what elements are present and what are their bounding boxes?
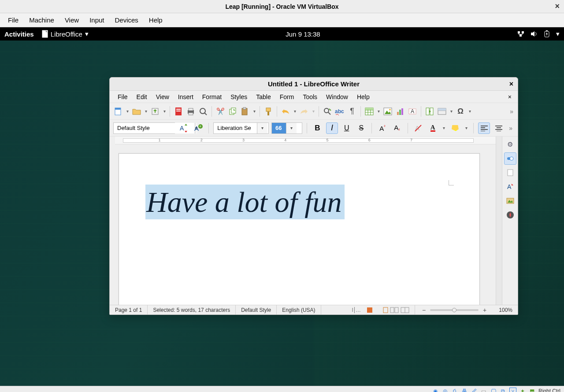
multi-page-icon[interactable] (390, 307, 399, 313)
document-selected-text[interactable]: Have a lot of fun (145, 185, 345, 219)
menu-help[interactable]: Help (352, 92, 374, 102)
formatting-marks-button[interactable]: ¶ (346, 106, 358, 117)
format-toolbar-overflow-button[interactable]: » (507, 125, 514, 132)
insert-special-char-dropdown[interactable]: ▾ (467, 109, 472, 114)
toolbar-overflow-button[interactable]: » (508, 108, 515, 115)
sidebar-navigator-button[interactable] (504, 209, 516, 221)
cut-button[interactable]: ✂️ (215, 106, 226, 117)
insert-field-dropdown[interactable]: ▾ (449, 109, 454, 114)
menu-styles[interactable]: Styles (226, 92, 252, 102)
save-button[interactable] (149, 106, 161, 117)
vb-menu-view[interactable]: View (59, 15, 84, 26)
vb-menu-help[interactable]: Help (144, 15, 168, 26)
vb-menu-machine[interactable]: Machine (24, 15, 59, 26)
clear-formatting-button[interactable]: A (412, 122, 424, 134)
superscript-button[interactable]: A² (376, 122, 388, 134)
new-document-dropdown[interactable]: ▾ (125, 109, 130, 114)
vb-optical-icon[interactable]: ◎ (442, 388, 449, 392)
status-page[interactable]: Page 1 of 1 (110, 305, 148, 314)
clone-formatting-button[interactable] (263, 106, 274, 117)
paste-dropdown[interactable]: ▾ (252, 109, 257, 114)
horizontal-ruler[interactable]: 123 4567 (115, 137, 496, 144)
font-size-combo[interactable]: ▾ (271, 122, 302, 134)
status-view-layout[interactable] (378, 305, 415, 314)
insert-special-char-button[interactable]: Ω (455, 106, 466, 117)
open-dropdown[interactable]: ▾ (143, 109, 148, 114)
font-name-dropdown[interactable]: ▾ (257, 123, 267, 133)
undo-button[interactable] (280, 106, 291, 117)
gnome-tray[interactable]: ▾ (517, 30, 560, 38)
copy-button[interactable] (227, 106, 238, 117)
document-viewport[interactable]: Have a lot of fun (110, 144, 496, 305)
print-button[interactable] (185, 106, 197, 117)
insert-field-button[interactable] (436, 106, 448, 117)
insert-textbox-button[interactable]: A (407, 106, 418, 117)
menu-format[interactable]: Format (198, 92, 226, 102)
gnome-clock[interactable]: Jun 9 13:38 (286, 30, 320, 38)
menu-window[interactable]: Window (322, 92, 352, 102)
close-document-button[interactable]: × (505, 93, 514, 100)
update-style-button[interactable]: A (178, 122, 189, 134)
vb-shared-folder-icon[interactable]: 🖶 (461, 388, 468, 392)
menu-edit[interactable]: Edit (132, 92, 152, 102)
menu-insert[interactable]: Insert (174, 92, 198, 102)
zoom-out-button[interactable]: − (420, 307, 427, 314)
paste-button[interactable] (239, 106, 251, 117)
book-view-icon[interactable] (401, 307, 409, 313)
vb-menu-input[interactable]: Input (84, 15, 109, 26)
insert-chart-button[interactable] (394, 106, 406, 117)
open-button[interactable] (131, 106, 142, 117)
vb-audio-icon[interactable]: 🖉 (471, 388, 478, 392)
underline-button[interactable]: U (341, 122, 352, 134)
find-replace-button[interactable] (322, 106, 333, 117)
font-color-button[interactable]: A (427, 122, 439, 134)
redo-dropdown[interactable]: ▾ (311, 109, 316, 114)
save-dropdown[interactable]: ▾ (162, 109, 167, 114)
document-page[interactable]: Have a lot of fun (119, 153, 480, 305)
vb-cpu-icon[interactable]: ✦ (519, 388, 526, 392)
menu-tools[interactable]: Tools (298, 92, 322, 102)
zoom-slider[interactable] (430, 309, 479, 311)
menu-view[interactable]: View (152, 92, 174, 102)
align-center-button[interactable] (493, 122, 505, 134)
status-zoom-controls[interactable]: − + (415, 305, 494, 314)
status-zoom-percent[interactable]: 100% (494, 305, 518, 314)
vertical-scrollbar[interactable] (496, 137, 502, 305)
font-color-dropdown[interactable]: ▾ (442, 126, 447, 130)
menu-form[interactable]: Form (275, 92, 299, 102)
sidebar-page-button[interactable] (504, 166, 516, 179)
insert-table-button[interactable] (364, 106, 375, 117)
vb-menu-file[interactable]: File (3, 15, 24, 26)
vb-vrde-icon[interactable]: V (509, 388, 516, 392)
volume-icon[interactable] (531, 31, 538, 37)
power-icon[interactable] (544, 30, 550, 37)
virtualbox-close-button[interactable]: × (555, 2, 560, 11)
vb-recording-icon[interactable]: ⧉ (500, 388, 507, 392)
strikethrough-button[interactable]: S (355, 122, 367, 134)
align-left-button[interactable] (478, 122, 490, 134)
highlight-button[interactable] (449, 122, 461, 134)
gnome-current-app[interactable]: LibreOffice ▾ (42, 30, 89, 38)
font-size-dropdown[interactable]: ▾ (286, 123, 297, 133)
chevron-down-icon[interactable]: ▾ (556, 30, 560, 38)
zoom-in-button[interactable]: + (481, 307, 488, 314)
network-icon[interactable] (517, 31, 524, 37)
vb-usb-icon[interactable]: ⎙ (451, 388, 458, 392)
vb-guest-additions-icon[interactable]: ⬒ (529, 388, 536, 392)
subscript-button[interactable]: A² (391, 122, 403, 134)
gnome-activities[interactable]: Activities (4, 30, 34, 38)
menu-table[interactable]: Table (252, 92, 275, 102)
sidebar-properties-button[interactable] (504, 152, 516, 165)
menu-file[interactable]: File (113, 92, 132, 102)
status-insert-mode[interactable]: I… (321, 305, 378, 314)
paragraph-style-combo[interactable]: ▾ (113, 122, 175, 134)
window-close-button[interactable]: × (509, 80, 513, 88)
undo-dropdown[interactable]: ▾ (292, 109, 297, 114)
sidebar-settings-button[interactable]: ⚙ (504, 138, 516, 151)
vb-hdd-icon[interactable]: ◉ (432, 388, 439, 392)
italic-button[interactable]: I (326, 122, 338, 134)
export-pdf-button[interactable] (173, 106, 184, 117)
libreoffice-titlebar[interactable]: Untitled 1 - LibreOffice Writer × (110, 78, 518, 91)
insert-page-break-button[interactable] (424, 106, 435, 117)
bold-button[interactable]: B (312, 122, 323, 134)
